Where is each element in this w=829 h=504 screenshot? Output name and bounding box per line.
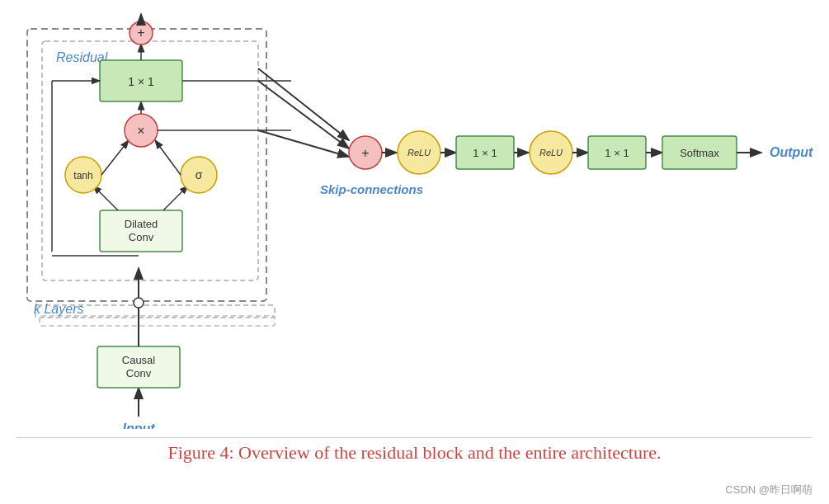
- conv1x1-2-label: 1 × 1: [605, 147, 629, 159]
- plus-residual-label: +: [137, 26, 144, 40]
- relu2-label: ReLU: [539, 148, 562, 158]
- svg-line-11: [163, 186, 188, 210]
- conv1x1-1-label: 1 × 1: [473, 147, 497, 159]
- tanh-label: tanh: [73, 170, 92, 181]
- svg-line-15: [155, 140, 181, 175]
- dilated-conv-label2: Conv: [128, 231, 153, 243]
- svg-line-14: [101, 140, 129, 175]
- diagram-container: k Layers Residual Causal Conv Input Dila…: [0, 0, 829, 437]
- relu1-label: ReLU: [407, 148, 430, 158]
- causal-conv-label: Causal: [121, 354, 155, 366]
- caption-area: Figure 4: Overview of the residual block…: [16, 437, 813, 464]
- conv1x1-residual-label: 1 × 1: [128, 75, 154, 88]
- caption-text: Figure 4: Overview of the residual block…: [167, 442, 661, 463]
- svg-line-28: [258, 81, 349, 148]
- svg-point-7: [134, 298, 144, 308]
- svg-line-29: [258, 130, 349, 157]
- causal-conv-label2: Conv: [125, 367, 151, 379]
- watermark: CSDN @昨日啊萌: [725, 483, 813, 497]
- svg-line-27: [258, 68, 349, 140]
- sigma-label: σ: [195, 168, 202, 181]
- dilated-conv-label: Dilated: [124, 218, 157, 230]
- k-layers-label: k Layers: [34, 302, 83, 316]
- output-label: Output: [770, 145, 813, 159]
- skip-connections-label: Skip-connections: [320, 182, 423, 196]
- softmax-label: Softmax: [680, 147, 719, 159]
- multiply-label: ×: [137, 124, 144, 138]
- svg-line-10: [93, 186, 118, 210]
- plus-skip-label: +: [361, 146, 369, 160]
- architecture-diagram: k Layers Residual Causal Conv Input Dila…: [11, 8, 819, 429]
- input-label: Input: [122, 422, 155, 429]
